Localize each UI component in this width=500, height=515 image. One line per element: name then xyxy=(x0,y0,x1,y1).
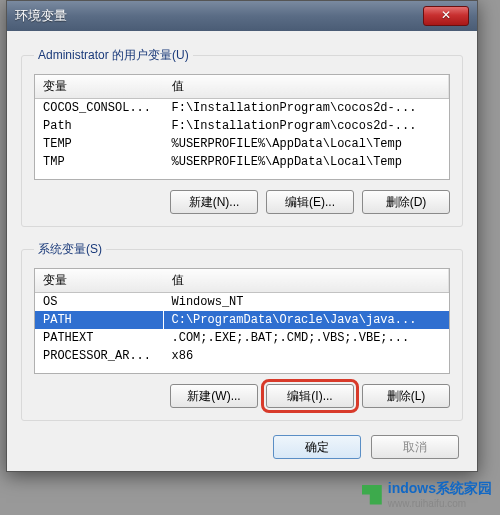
window-title: 环境变量 xyxy=(15,7,423,25)
table-row[interactable]: PATHEXT .COM;.EXE;.BAT;.CMD;.VBS;.VBE;..… xyxy=(35,329,449,347)
close-button[interactable]: ✕ xyxy=(423,6,469,26)
ok-button[interactable]: 确定 xyxy=(273,435,361,459)
table-row[interactable]: OS Windows_NT xyxy=(35,293,449,312)
system-variables-group: 系统变量(S) 变量 值 OS Windows_NT xyxy=(21,241,463,421)
column-header-variable[interactable]: 变量 xyxy=(35,75,163,99)
watermark: indows系统家园 www.ruihaifu.com xyxy=(362,480,492,509)
watermark-url: www.ruihaifu.com xyxy=(388,498,492,509)
user-variables-group: Administrator 的用户变量(U) 变量 值 COCOS_CONSOL… xyxy=(21,47,463,227)
user-delete-button[interactable]: 删除(D) xyxy=(362,190,450,214)
column-header-value[interactable]: 值 xyxy=(163,75,449,99)
sys-group-legend: 系统变量(S) xyxy=(34,241,106,258)
sys-delete-button[interactable]: 删除(L) xyxy=(362,384,450,408)
column-header-variable[interactable]: 变量 xyxy=(35,269,163,293)
user-new-button[interactable]: 新建(N)... xyxy=(170,190,258,214)
user-edit-button[interactable]: 编辑(E)... xyxy=(266,190,354,214)
env-var-dialog: 环境变量 ✕ Administrator 的用户变量(U) 变量 值 COCOS… xyxy=(6,0,478,472)
watermark-brand: indows系统家园 xyxy=(388,480,492,496)
column-header-value[interactable]: 值 xyxy=(163,269,449,293)
user-buttons-row: 新建(N)... 编辑(E)... 删除(D) xyxy=(34,190,450,214)
sys-buttons-row: 新建(W)... 编辑(I)... 删除(L) xyxy=(34,384,450,408)
dialog-footer: 确定 取消 xyxy=(21,435,463,459)
system-variables-table: 变量 值 OS Windows_NT PATH C:\ProgramData\O… xyxy=(35,269,449,365)
sys-new-button[interactable]: 新建(W)... xyxy=(170,384,258,408)
user-group-legend: Administrator 的用户变量(U) xyxy=(34,47,193,64)
table-row[interactable]: PROCESSOR_AR... x86 xyxy=(35,347,449,365)
system-variables-table-wrap[interactable]: 变量 值 OS Windows_NT PATH C:\ProgramData\O… xyxy=(34,268,450,374)
table-row[interactable]: TEMP %USERPROFILE%\AppData\Local\Temp xyxy=(35,135,449,153)
table-row[interactable]: TMP %USERPROFILE%\AppData\Local\Temp xyxy=(35,153,449,171)
watermark-logo-icon xyxy=(362,485,382,505)
dialog-content: Administrator 的用户变量(U) 变量 值 COCOS_CONSOL… xyxy=(7,31,477,471)
table-row[interactable]: COCOS_CONSOL... F:\InstallationProgram\c… xyxy=(35,99,449,118)
user-variables-table: 变量 值 COCOS_CONSOL... F:\InstallationProg… xyxy=(35,75,449,171)
sys-edit-button[interactable]: 编辑(I)... xyxy=(266,384,354,408)
cancel-button[interactable]: 取消 xyxy=(371,435,459,459)
table-row[interactable]: Path F:\InstallationProgram\cocos2d-... xyxy=(35,117,449,135)
table-row-selected[interactable]: PATH C:\ProgramData\Oracle\Java\java... xyxy=(35,311,449,329)
titlebar[interactable]: 环境变量 ✕ xyxy=(7,1,477,31)
user-variables-table-wrap[interactable]: 变量 值 COCOS_CONSOL... F:\InstallationProg… xyxy=(34,74,450,180)
